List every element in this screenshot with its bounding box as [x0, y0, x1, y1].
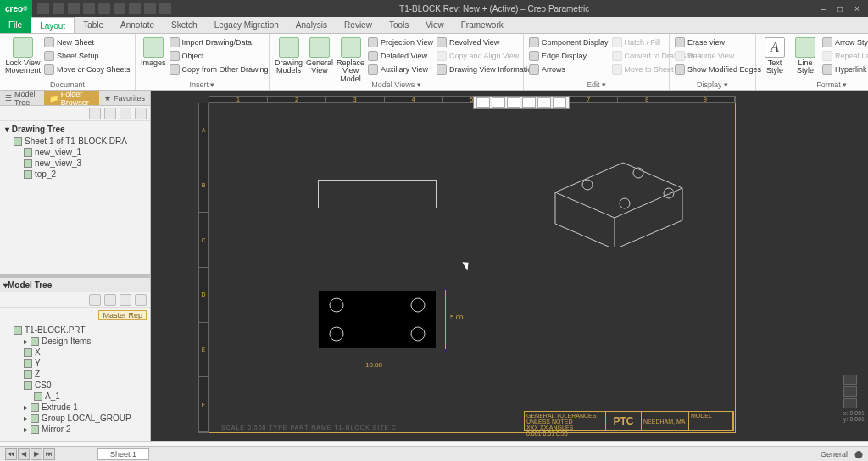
graphics-toolbar [473, 96, 570, 109]
tree-tool-2-icon[interactable] [104, 108, 116, 119]
tree-tool-1-icon[interactable] [89, 108, 101, 119]
view-top[interactable] [318, 290, 437, 349]
sheet-last-icon[interactable]: ⏭ [43, 448, 55, 460]
qat-close-icon[interactable] [144, 3, 156, 14]
model-tree-root[interactable]: T1-BLOCK.PRT [2, 325, 148, 336]
nav-tab-favorites[interactable]: ★Favorites [99, 91, 150, 105]
model-tree-item[interactable]: ▸ Extrude 1 [2, 402, 148, 413]
tree-tool-4-icon[interactable] [135, 108, 147, 119]
sheet-first-icon[interactable]: ⏮ [5, 448, 17, 460]
repaint-icon[interactable] [522, 97, 536, 108]
sheet-setup-button[interactable]: Sheet Setup [44, 49, 131, 62]
drawing-tree-root[interactable]: Sheet 1 of T1-BLOCK.DRA [2, 136, 148, 147]
model-tree-item[interactable]: A_1 [2, 391, 148, 402]
show-modified-edges-button[interactable]: Show Modified Edges [675, 63, 761, 75]
object-button[interactable]: Object [170, 49, 269, 62]
detailed-view-button[interactable]: Detailed View [368, 49, 433, 62]
sheet-tab[interactable]: Sheet 1 [97, 448, 149, 460]
model-tree-item[interactable]: ▸ Group LOCAL_GROUP [2, 413, 148, 424]
tab-framework[interactable]: Framework [453, 17, 512, 33]
tab-layout[interactable]: Layout [31, 17, 75, 33]
display-style-icon[interactable] [537, 97, 551, 108]
revolved-view-button[interactable]: Revolved View [437, 36, 536, 48]
sheet-prev-icon[interactable]: ◀ [18, 448, 30, 460]
model-tree-item[interactable]: Z [2, 369, 148, 380]
qat-undo-icon[interactable] [83, 3, 95, 14]
quick-access-toolbar [32, 3, 176, 14]
qat-redo-icon[interactable] [98, 3, 110, 14]
drawing-tree-item[interactable]: top_2 [2, 169, 148, 180]
tray-icon[interactable] [843, 398, 857, 408]
model-tree-item[interactable]: ▸ Design Items [2, 336, 148, 347]
model-tree-item[interactable]: CS0 [2, 380, 148, 391]
resume-view-button: Resume View [675, 49, 761, 62]
mt-tool-1-icon[interactable] [89, 294, 101, 306]
tab-analysis[interactable]: Analysis [287, 17, 336, 33]
qat-new-icon[interactable] [37, 3, 49, 14]
tray-icon[interactable] [843, 386, 857, 397]
arrows-button[interactable]: Arrows [529, 63, 609, 75]
mt-tool-4-icon[interactable] [135, 294, 147, 306]
minimize-icon[interactable]: – [815, 3, 831, 14]
view-front[interactable] [318, 180, 437, 208]
model-tree-item[interactable]: ▸ Mirror 2 [2, 424, 148, 435]
nav-tab-model-tree[interactable]: ☰Model Tree [0, 91, 44, 105]
qat-regen-icon[interactable] [114, 3, 125, 14]
zoom-in-icon[interactable] [492, 97, 505, 108]
drawing-sheet[interactable]: 5.00 10.00 SCALE 0.500 TYPE PART NAME T1… [209, 103, 736, 433]
auxiliary-view-button[interactable]: Auxiliary View [368, 63, 433, 75]
arrow-style-button[interactable]: Arrow Style ▾ [822, 36, 868, 48]
hyperlink-button[interactable]: Hyperlink [822, 63, 868, 75]
drawing-view-info-button[interactable]: Drawing View Information [437, 63, 536, 75]
drawing-tree-item[interactable]: new_view_1 [2, 147, 148, 158]
view-icon [24, 170, 32, 179]
drawing-canvas[interactable]: 123456789 ABCDEF [151, 91, 868, 441]
erase-view-button[interactable]: Erase view [675, 36, 761, 48]
star-icon: ★ [104, 94, 111, 103]
copy-from-drawing-button[interactable]: Copy from Other Drawing [170, 63, 269, 75]
auxiliary-icon [368, 64, 378, 75]
tab-view[interactable]: View [417, 17, 453, 33]
model-tree-item[interactable]: X [2, 347, 148, 358]
tab-file[interactable]: File [0, 17, 31, 33]
nav-tab-folder-browser[interactable]: 📁Folder Browser [44, 91, 99, 105]
dimension-width: 10.00 [365, 361, 382, 369]
zoom-out-icon[interactable] [507, 97, 520, 108]
tab-sketch[interactable]: Sketch [163, 17, 206, 33]
hyperlink-icon [822, 64, 832, 75]
mt-tool-3-icon[interactable] [120, 294, 131, 306]
drawing-tree-item[interactable]: new_view_3 [2, 158, 148, 169]
group-document-label: Document [0, 81, 135, 89]
close-window-icon[interactable]: × [849, 3, 865, 14]
general-view-icon [309, 37, 330, 58]
ruler-horizontal: 123456789 [209, 96, 736, 103]
model-tree-item[interactable]: Y [2, 358, 148, 369]
show-edges-icon [675, 64, 685, 75]
move-copy-sheets-button[interactable]: Move or Copy Sheets [44, 63, 131, 75]
revolved-icon [437, 37, 447, 47]
tab-annotate[interactable]: Annotate [112, 17, 163, 33]
tree-tool-3-icon[interactable] [120, 108, 131, 119]
sheet-next-icon[interactable]: ▶ [31, 448, 42, 460]
master-rep-badge[interactable]: Master Rep [98, 310, 147, 320]
tab-tools[interactable]: Tools [381, 17, 417, 33]
tray-icon[interactable] [843, 375, 857, 385]
qat-save-icon[interactable] [68, 3, 80, 14]
datum-display-icon[interactable] [553, 97, 566, 108]
tab-legacy[interactable]: Legacy Migration [206, 17, 287, 33]
qat-more-icon[interactable] [159, 3, 171, 14]
view-isometric[interactable] [547, 154, 691, 247]
new-sheet-button[interactable]: New Sheet [44, 36, 131, 48]
tab-review[interactable]: Review [336, 17, 381, 33]
component-display-button[interactable]: Component Display [529, 36, 609, 48]
qat-windows-icon[interactable] [129, 3, 141, 14]
model-tree-header: ▾ Model Tree [0, 277, 150, 292]
projection-view-button[interactable]: Projection View [368, 36, 433, 48]
edge-display-button[interactable]: Edge Display [529, 49, 609, 62]
tab-table[interactable]: Table [75, 17, 112, 33]
refit-icon[interactable] [476, 97, 490, 108]
import-drawing-data-button[interactable]: Import Drawing/Data [170, 36, 269, 48]
mt-tool-2-icon[interactable] [104, 294, 116, 306]
qat-open-icon[interactable] [53, 3, 64, 14]
maximize-icon[interactable]: □ [832, 3, 848, 14]
